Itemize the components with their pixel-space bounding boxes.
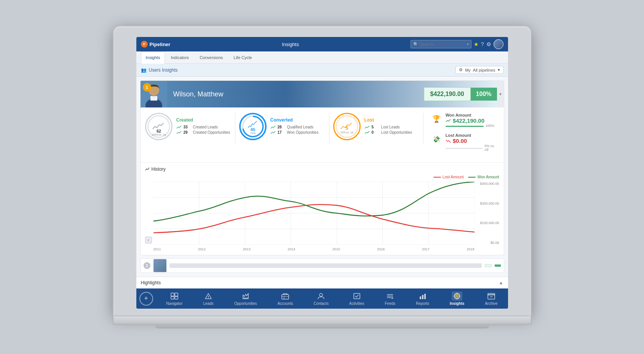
activities-icon xyxy=(352,292,362,301)
nav-item-leads[interactable]: Leads xyxy=(200,291,217,306)
won-amount-percent: 100% xyxy=(486,124,494,128)
tab-insights[interactable]: Insights xyxy=(141,51,165,64)
user-card-1: 1 xyxy=(140,80,504,255)
nav-label-activities: Activities xyxy=(349,301,364,306)
tab-indicators[interactable]: Indicators xyxy=(166,51,194,64)
tab-lifecycle[interactable]: Life Cycle xyxy=(229,51,257,64)
insights-icon xyxy=(452,292,462,301)
card-scroll-btn[interactable]: ▾ xyxy=(497,81,504,107)
created-opps-num: 29 xyxy=(184,130,191,135)
bottom-nav: + Navigator xyxy=(136,288,508,309)
nav-label-accounts: Accounts xyxy=(277,301,293,306)
won-amount-details: Won Amount $422,190.00 xyxy=(446,113,494,128)
lost-amount-details: Lost Amount $0.00 xyxy=(446,133,499,152)
lost-trend-icon xyxy=(446,139,451,143)
settings-icon[interactable]: ⚙ xyxy=(486,41,491,47)
nav-item-contacts[interactable]: Contacts xyxy=(310,291,331,306)
pipeline-caret-icon: ▾ xyxy=(498,67,500,72)
nav-item-insights[interactable]: Insights xyxy=(447,291,467,306)
stat-converted-title: Converted xyxy=(270,117,325,123)
x-label-2013: 2013 xyxy=(243,247,251,251)
legend-won-label: Won Amount xyxy=(477,175,499,179)
chart-y-labels: $450,000.00 $300,000.00 $150,000.00 $0.0… xyxy=(476,182,499,245)
highlights-label: Highlights xyxy=(141,280,161,285)
nav-item-navigator[interactable]: Navigator xyxy=(163,291,185,306)
navigator-icon xyxy=(169,292,180,301)
sub-nav: Insights Indicators Conversions Life Cyc… xyxy=(136,51,508,64)
user-name: Wilson, Matthew xyxy=(167,90,424,98)
lost-leads-label: Lost Leads xyxy=(381,125,400,129)
nav-label-archive: Archive xyxy=(485,301,497,306)
chart-nav-button[interactable]: ‹ xyxy=(145,237,152,243)
svg-rect-46 xyxy=(424,294,426,299)
stat-line-qualified: 28 Qualified Leads xyxy=(270,125,325,129)
history-icon xyxy=(145,167,150,171)
svg-rect-38 xyxy=(354,293,360,299)
nav-item-feeds[interactable]: Feeds xyxy=(382,291,398,306)
lost-opps-label: Lost Opportunities xyxy=(381,130,412,135)
lost-amount-bar xyxy=(446,148,483,149)
pipeline-gear-icon: ⚙ xyxy=(459,67,463,72)
accounts-icon xyxy=(280,292,291,301)
trend-up-icon-6 xyxy=(364,131,370,135)
x-label-2015: 2015 xyxy=(332,247,340,251)
nav-item-accounts[interactable]: Accounts xyxy=(274,291,296,306)
search-icon: 🔍 xyxy=(413,42,419,47)
stat-line-lost-opps: 0 Lost Opportunities xyxy=(364,130,419,135)
pipeline-label: My xyxy=(465,68,471,72)
preview-bar xyxy=(169,263,482,268)
nav-label-insights: Insights xyxy=(450,301,464,306)
user-percent: 100% xyxy=(471,88,497,101)
created-chart-icon: 62 100% vs. 1st xyxy=(145,114,172,139)
nav-label-feeds: Feeds xyxy=(385,301,395,306)
search-input[interactable] xyxy=(420,42,465,46)
stat-line-lost-leads: 5 Lost Leads xyxy=(364,125,419,129)
y-label-3: $150,000.00 xyxy=(476,221,499,225)
svg-text:5: 5 xyxy=(345,125,348,131)
user-avatar[interactable] xyxy=(494,39,503,49)
svg-text:10% vs. 1st: 10% vs. 1st xyxy=(340,131,353,134)
laptop-shell: P Pipeliner Insights 🔍 ▾ ★ ? ⚙ xyxy=(113,26,532,328)
preview-percent xyxy=(495,264,501,267)
x-label-2014: 2014 xyxy=(288,247,295,251)
stat-lost: 5 10% vs. 1st Lost 5 xyxy=(333,113,419,140)
stat-line-won-opps: 17 Won Opportunities xyxy=(270,130,325,135)
svg-rect-44 xyxy=(420,296,421,299)
divider-2 xyxy=(329,113,329,143)
trend-up-icon-2 xyxy=(176,131,182,135)
lost-amount-row: 💸 Lost Amount $0.00 xyxy=(430,133,499,152)
nav-item-archive[interactable]: Archive xyxy=(482,291,500,306)
archive-icon xyxy=(486,292,497,301)
tab-conversions[interactable]: Conversions xyxy=(195,51,228,64)
nav-item-opportunities[interactable]: Opportunities xyxy=(231,291,260,306)
users-insights-label: 👥 Users Insights xyxy=(141,67,178,73)
laptop-base xyxy=(113,316,532,325)
favorite-icon[interactable]: ★ xyxy=(474,41,479,47)
highlights-caret-icon[interactable]: ▲ xyxy=(499,280,503,285)
nav-item-reports[interactable]: Reports xyxy=(413,291,432,306)
help-icon[interactable]: ? xyxy=(481,41,484,47)
nav-label-leads: Leads xyxy=(203,301,214,306)
pipeline-selector[interactable]: ⚙ My All pipelines ▾ xyxy=(455,66,503,74)
app-header: P Pipeliner Insights 🔍 ▾ ★ ? ⚙ xyxy=(136,37,508,51)
created-leads-label: Created Leads xyxy=(193,125,218,129)
nav-add-button[interactable]: + xyxy=(139,292,153,306)
stat-circle-converted: 45 72% xyxy=(239,113,267,140)
feeds-icon xyxy=(385,292,395,301)
stat-converted: 45 72% Converted 28 xyxy=(239,113,325,140)
highlights-bar: Highlights ▲ xyxy=(136,277,508,288)
leads-icon xyxy=(203,292,214,301)
won-opps-label: Won Opportunities xyxy=(287,130,319,135)
stat-circle-created: 62 100% vs. 1st xyxy=(145,113,173,140)
created-leads-num: 33 xyxy=(184,125,191,129)
search-box[interactable]: 🔍 ▾ xyxy=(411,40,471,48)
lost-amount-percent: 0% vs. All xyxy=(484,144,499,152)
reports-icon xyxy=(417,292,428,301)
won-trend-icon xyxy=(446,119,451,123)
won-amount-label: Won Amount xyxy=(446,113,494,117)
nav-item-activities[interactable]: Activities xyxy=(346,291,367,306)
main-content: 1 xyxy=(136,77,508,277)
trend-up-icon-3 xyxy=(270,125,276,129)
amounts-block: 🏆 Won Amount $422,190.00 xyxy=(427,113,499,157)
lost-opps-num: 0 xyxy=(372,130,379,135)
